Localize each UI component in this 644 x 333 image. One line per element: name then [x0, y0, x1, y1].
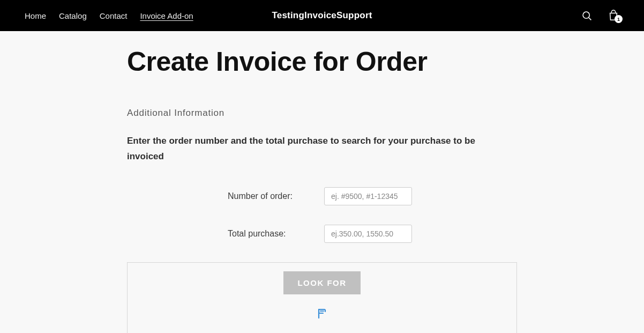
- header: Home Catalog Contact Invoice Add-on Test…: [0, 0, 644, 31]
- instructions-text: Enter the order number and the total pur…: [127, 134, 502, 165]
- total-purchase-input[interactable]: [324, 225, 412, 243]
- cart-button[interactable]: 1: [608, 10, 619, 21]
- look-for-button[interactable]: LOOK FOR: [283, 271, 360, 294]
- svg-line-1: [589, 18, 591, 20]
- nav-catalog[interactable]: Catalog: [59, 11, 87, 20]
- svg-point-0: [583, 12, 589, 18]
- nav-invoice-addon[interactable]: Invoice Add-on: [140, 11, 193, 20]
- brand-title: TestingInvoiceSupport: [272, 10, 372, 21]
- search-button[interactable]: [581, 10, 593, 21]
- total-purchase-row: Total purchase:: [127, 225, 517, 243]
- search-icon: [581, 10, 593, 21]
- order-number-row: Number of order:: [127, 187, 517, 205]
- order-number-input[interactable]: [324, 187, 412, 205]
- order-number-label: Number of order:: [228, 191, 324, 201]
- cart-count-badge: 1: [615, 15, 623, 23]
- page-title: Create Invoice for Order: [127, 47, 517, 77]
- subtitle: Additional Information: [127, 108, 517, 119]
- action-box: LOOK FOR: [127, 262, 517, 333]
- header-icons: 1: [581, 10, 619, 21]
- nav-home[interactable]: Home: [25, 11, 46, 20]
- f-brand-icon: [317, 308, 327, 321]
- main-nav: Home Catalog Contact Invoice Add-on: [25, 11, 193, 20]
- total-purchase-label: Total purchase:: [228, 229, 324, 239]
- nav-contact[interactable]: Contact: [100, 11, 128, 20]
- main-content: Create Invoice for Order Additional Info…: [127, 31, 517, 333]
